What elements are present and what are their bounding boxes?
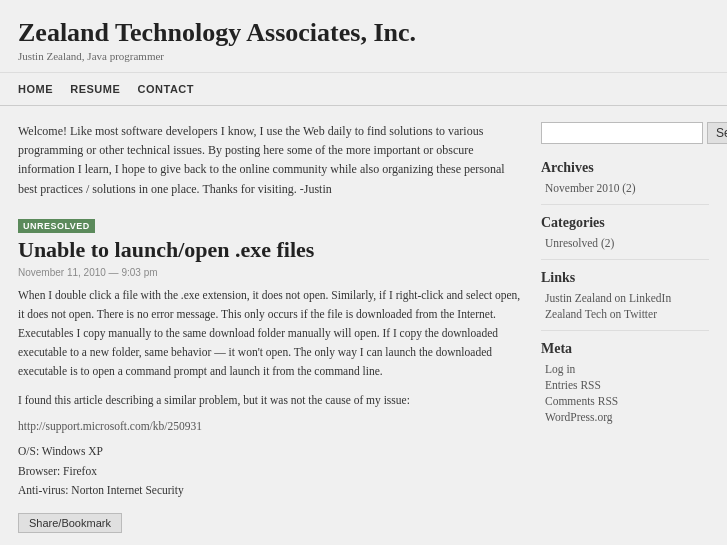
archive-nov-2010[interactable]: November 2010 (2) [541,182,709,194]
meta-wordpress[interactable]: WordPress.org [541,411,709,423]
meta-entries-rss[interactable]: Entries RSS [541,379,709,391]
post-1-date: November 11, 2010 — 9:03 pm [18,267,521,278]
categories-title: Categories [541,215,709,231]
post-1-badge: UNRESOLVED [18,219,95,233]
sidebar: Search Archives November 2010 (2) Catego… [541,122,709,545]
nav-contact[interactable]: CONTACT [138,83,194,95]
meta-title: Meta [541,341,709,357]
post-1-title: Unable to launch/open .exe files [18,237,521,263]
site-subtitle: Justin Zealand, Java programmer [18,50,709,62]
sidebar-divider-1 [541,204,709,205]
meta-login[interactable]: Log in [541,363,709,375]
post-1-spec-browser: Browser: Firefox [18,462,521,482]
welcome-text: Welcome! Like most software developers I… [18,122,521,199]
nav-resume[interactable]: RESUME [70,83,120,95]
search-input[interactable] [541,122,703,144]
main-content: Welcome! Like most software developers I… [18,122,521,545]
link-linkedin[interactable]: Justin Zealand on LinkedIn [541,292,709,304]
site-title: Zealand Technology Associates, Inc. [18,18,709,48]
search-button[interactable]: Search [707,122,727,144]
post-1-link[interactable]: http://support.microsoft.com/kb/250931 [18,420,521,432]
links-title: Links [541,270,709,286]
nav-home[interactable]: HOME [18,83,53,95]
sidebar-divider-2 [541,259,709,260]
post-1-specs: O/S: Windows XP Browser: Firefox Anti-vi… [18,442,521,501]
search-form: Search [541,122,709,144]
post-1-spec-av: Anti-virus: Norton Internet Security [18,481,521,501]
archives-title: Archives [541,160,709,176]
link-twitter[interactable]: Zealand Tech on Twitter [541,308,709,320]
share-button[interactable]: Share/Bookmark [18,513,122,533]
post-1-body2: I found this article describing a simila… [18,391,521,410]
meta-comments-rss[interactable]: Comments RSS [541,395,709,407]
post-1: UNRESOLVED Unable to launch/open .exe fi… [18,217,521,545]
category-unresolved[interactable]: Unresolved (2) [541,237,709,249]
sidebar-divider-3 [541,330,709,331]
post-1-spec-os: O/S: Windows XP [18,442,521,462]
nav: HOME RESUME CONTACT [0,73,727,106]
post-1-body: When I double click a file with the .exe… [18,286,521,381]
